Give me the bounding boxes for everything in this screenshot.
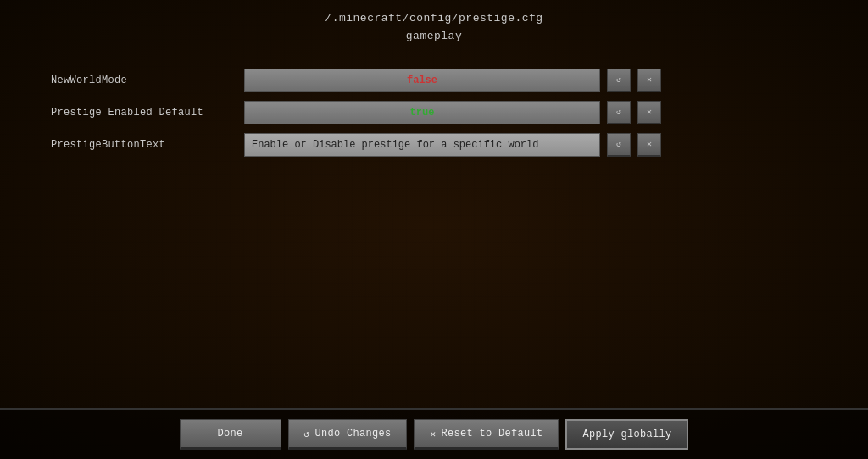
undo-btn-prestige-button-text[interactable]: ↺ bbox=[607, 133, 631, 157]
config-row-prestige-button-text: PrestigeButtonText Enable or Disable pre… bbox=[51, 132, 817, 158]
main-container: /.minecraft/config/prestige.cfg gameplay… bbox=[0, 0, 868, 459]
undo-icon: ↺ bbox=[304, 429, 310, 440]
label-new-world-mode: NewWorldMode bbox=[51, 75, 237, 86]
value-prestige-button-text[interactable]: Enable or Disable prestige for a specifi… bbox=[244, 133, 600, 157]
undo-btn-new-world-mode[interactable]: ↺ bbox=[607, 69, 631, 92]
apply-label: Apply globally bbox=[582, 429, 671, 440]
config-row-new-world-mode: NewWorldMode false ↺ ✕ bbox=[51, 68, 817, 93]
reset-label: Reset to Default bbox=[441, 428, 542, 440]
apply-globally-button[interactable]: Apply globally bbox=[565, 419, 688, 450]
done-button[interactable]: Done bbox=[180, 419, 281, 450]
label-prestige-button-text: PrestigeButtonText bbox=[51, 139, 237, 151]
config-row-prestige-enabled: Prestige Enabled Default true ↺ ✕ bbox=[51, 100, 817, 125]
undo-btn-prestige-enabled[interactable]: ↺ bbox=[607, 101, 631, 124]
reset-btn-prestige-button-text[interactable]: ✕ bbox=[637, 133, 661, 157]
reset-btn-prestige-enabled[interactable]: ✕ bbox=[637, 101, 661, 124]
header-title-line1: /.minecraft/config/prestige.cfg bbox=[0, 10, 868, 28]
reset-default-button[interactable]: ✕ Reset to Default bbox=[414, 419, 559, 450]
done-label: Done bbox=[218, 428, 243, 440]
undo-label: Undo Changes bbox=[314, 428, 391, 440]
header-title-line2: gameplay bbox=[0, 28, 868, 46]
bottom-bar: Done ↺ Undo Changes ✕ Reset to Default A… bbox=[0, 408, 868, 459]
header: /.minecraft/config/prestige.cfg gameplay bbox=[0, 0, 868, 51]
label-prestige-enabled: Prestige Enabled Default bbox=[51, 107, 237, 119]
value-new-world-mode[interactable]: false bbox=[244, 69, 600, 92]
undo-changes-button[interactable]: ↺ Undo Changes bbox=[288, 419, 408, 450]
reset-btn-new-world-mode[interactable]: ✕ bbox=[637, 69, 661, 92]
reset-icon: ✕ bbox=[430, 429, 436, 440]
content-area: NewWorldMode false ↺ ✕ Prestige Enabled … bbox=[0, 51, 868, 408]
value-prestige-enabled[interactable]: true bbox=[244, 101, 600, 124]
